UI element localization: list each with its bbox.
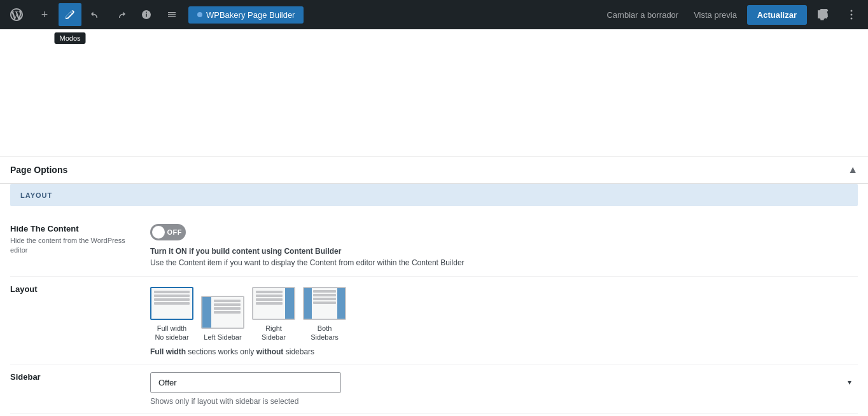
menu-dots-button[interactable] — [160, 3, 183, 26]
layout-option-both-sidebars[interactable]: BothSidebars — [303, 287, 346, 342]
fullwidth-label: Full widthNo sidebar — [155, 324, 188, 342]
cambiar-borrador-link[interactable]: Cambiar a borrador — [601, 8, 683, 22]
main-content: Page Options ▲ LAYOUT Hide The Content H… — [0, 29, 868, 416]
description-bold: Turn it ON if you build content using Co… — [150, 247, 341, 256]
rs-line-2 — [256, 295, 283, 297]
page-options-collapse-button[interactable]: ▲ — [848, 164, 858, 176]
more-options-button[interactable] — [840, 3, 863, 26]
fullwidth-icon — [151, 288, 192, 319]
both-sidebars-icon — [304, 288, 345, 319]
hide-content-row: Hide The Content Hide the content from t… — [10, 216, 858, 277]
description-normal: Use the Content item if you want to disp… — [150, 258, 465, 267]
svg-point-1 — [851, 14, 853, 16]
toggle-knob — [152, 226, 165, 239]
toolbar: + Modos WPBakery Page Builder Cambiar a … — [0, 0, 868, 29]
fw-line-2 — [154, 295, 190, 297]
hide-content-toggle[interactable]: OFF — [150, 224, 186, 240]
select-chevron-icon: ▾ — [848, 378, 851, 387]
layout-row: Layout Full widthN — [10, 277, 858, 364]
fw-line-3 — [154, 298, 190, 301]
svg-point-2 — [851, 18, 853, 20]
layout-option-fullwidth[interactable]: Full widthNo sidebar — [150, 287, 193, 342]
fullwidth-icon-box — [150, 287, 193, 320]
page-options-section: Page Options ▲ — [0, 156, 868, 184]
layout-label-col: Layout — [10, 284, 137, 296]
rs-line-1 — [256, 291, 283, 293]
wpbakery-button[interactable]: WPBakery Page Builder — [188, 6, 304, 24]
toolbar-right: Cambiar a borrador Vista previa Actualiz… — [601, 3, 863, 26]
sidebar-row: Sidebar Offer Primary Sidebar Footer Sid… — [10, 364, 858, 414]
left-sidebar-label: Left Sidebar — [204, 333, 241, 342]
layout-option-left-sidebar[interactable]: Left Sidebar — [201, 296, 244, 342]
rs-content-area — [253, 288, 285, 319]
hide-content-label: Hide The Content — [10, 224, 137, 233]
bs-line-2 — [313, 294, 336, 296]
wpbakery-dot — [197, 12, 202, 17]
info-button[interactable] — [135, 3, 158, 26]
right-sidebar-icon-box — [252, 287, 295, 320]
redo-button[interactable] — [109, 3, 132, 26]
hide-content-sublabel: Hide the content from the WordPress edit… — [10, 236, 137, 256]
sidebar-controls: Offer Primary Sidebar Footer Sidebar ▾ S… — [150, 372, 858, 406]
layout-note-end: sidebars — [283, 347, 314, 356]
sidebar-label: Sidebar — [10, 372, 137, 382]
layout-options: Full widthNo sidebar — [150, 287, 858, 342]
layout-note: Full width sections works only without s… — [150, 347, 858, 356]
fw-line-4 — [154, 302, 190, 305]
bs-content-area — [312, 288, 337, 319]
layout-section-header: LAYOUT — [10, 184, 858, 206]
hide-content-label-col: Hide The Content Hide the content from t… — [10, 224, 137, 256]
bs-right-bar — [337, 288, 345, 319]
wpbakery-label: WPBakery Page Builder — [206, 10, 295, 20]
sidebar-select-wrapper: Offer Primary Sidebar Footer Sidebar ▾ — [150, 372, 858, 393]
sidebar-select[interactable]: Offer Primary Sidebar Footer Sidebar — [150, 372, 341, 393]
both-sidebars-label: BothSidebars — [311, 324, 338, 342]
undo-button[interactable] — [84, 3, 107, 26]
layout-label: Layout — [10, 284, 137, 294]
rs-sidebar-bar — [285, 288, 294, 319]
ls-sidebar-bar — [202, 297, 211, 328]
layout-note-normal: sections works only — [186, 347, 256, 356]
add-button[interactable]: + — [33, 3, 56, 26]
page-options-title: Page Options — [10, 165, 67, 175]
layout-header-text: LAYOUT — [20, 191, 52, 199]
fw-line-1 — [154, 291, 190, 293]
editor-area[interactable] — [0, 29, 868, 156]
hide-content-controls: OFF Turn it ON if you build content usin… — [150, 224, 858, 268]
ls-line-4 — [214, 311, 241, 314]
toggle-container: OFF — [150, 224, 858, 240]
ls-content-area — [211, 297, 243, 328]
settings-icon-button[interactable] — [812, 3, 835, 26]
rs-line-3 — [256, 298, 283, 301]
layout-controls: Full widthNo sidebar — [150, 284, 858, 356]
bs-line-1 — [313, 290, 336, 293]
wp-logo — [5, 3, 28, 26]
ls-line-2 — [214, 303, 241, 306]
toggle-label: OFF — [167, 228, 183, 236]
rs-line-4 — [256, 302, 283, 305]
svg-point-0 — [851, 10, 853, 12]
bs-line-4 — [313, 302, 336, 304]
vista-previa-link[interactable]: Vista previa — [689, 8, 742, 22]
actualizar-button[interactable]: Actualizar — [747, 5, 807, 25]
left-sidebar-icon — [202, 297, 243, 328]
bs-line-3 — [313, 298, 336, 300]
layout-option-right-sidebar[interactable]: RightSidebar — [252, 287, 295, 342]
hide-content-description: Turn it ON if you build content using Co… — [150, 246, 858, 268]
both-sidebars-icon-box — [303, 287, 346, 320]
bs-left-bar — [304, 288, 312, 319]
sidebar-hint: Shows only if layout with sidebar is sel… — [150, 397, 858, 406]
sidebar-label-col: Sidebar — [10, 372, 137, 384]
layout-note-bold: Full width — [150, 347, 186, 356]
right-sidebar-label: RightSidebar — [262, 324, 286, 342]
left-sidebar-icon-box — [201, 296, 244, 329]
ls-line-1 — [214, 300, 241, 302]
edit-mode-button[interactable]: Modos — [59, 3, 81, 26]
layout-content: LAYOUT Hide The Content Hide the content… — [0, 184, 868, 416]
right-sidebar-icon — [253, 288, 294, 319]
layout-note-without: without — [256, 347, 284, 356]
ls-line-3 — [214, 307, 241, 310]
